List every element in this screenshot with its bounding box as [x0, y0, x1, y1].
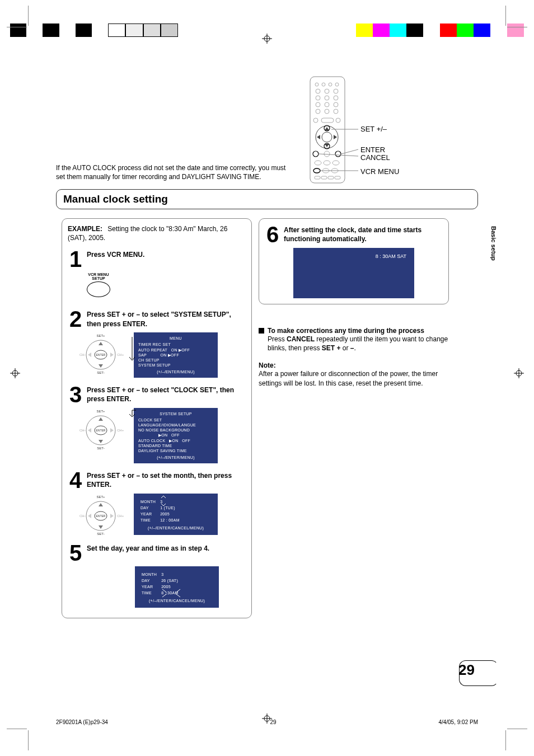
intro-text: If the AUTO CLOCK process did not set th… — [56, 163, 291, 181]
svg-marker-88 — [88, 514, 91, 518]
osd-item: AUTO REPEAT ON ▶OFF — [138, 348, 213, 353]
blink-arrows-icon — [160, 588, 188, 598]
remote-enter-label: ENTER — [360, 145, 385, 154]
oval-button-icon — [87, 281, 110, 297]
vcr-display-text: 8 : 30AM SAT — [376, 253, 406, 259]
vcr-menu-button-illustration: VCR MENU SETUP — [87, 273, 246, 299]
svg-text:CH+: CH+ — [117, 353, 124, 356]
osd-cell: 2005 — [160, 511, 183, 516]
step-4: 4 Press SET + or – to set the month, the… — [68, 470, 246, 490]
step-text: Press SET + or – to select "SYSTEM SETUP… — [87, 309, 246, 328]
osd-item: AUTO CLOCK ▶ON OFF — [138, 438, 213, 443]
step-text: Press SET + or – to select "CLOCK SET", … — [87, 384, 246, 403]
svg-marker-86 — [99, 503, 103, 506]
crop-mark-icon — [507, 729, 527, 729]
crop-mark-icon — [7, 729, 27, 729]
footer-left: 2F90201A (E)p29-34 — [56, 719, 108, 725]
step-number: 5 — [68, 543, 83, 563]
osd-cell: 3 — [161, 572, 181, 577]
page-number: 29 — [451, 659, 478, 681]
registration-mark-icon — [10, 368, 20, 378]
svg-line-95 — [162, 594, 167, 597]
svg-marker-62 — [99, 364, 103, 368]
step-text: After setting the clock, date and time s… — [284, 224, 443, 243]
registration-mark-icon — [262, 34, 272, 44]
remote-set-label: SET +/– — [360, 125, 387, 133]
step-text: Press VCR MENU. — [87, 249, 246, 259]
step-number: 1 — [68, 249, 83, 269]
dpad-icon: SET+ ENTER CH-CH+ SET- — [76, 494, 126, 536]
step-2-diagram: SET+ ENTER CH- CH+ SET- MENU TIMER REC S… — [76, 332, 246, 378]
step-5: 5 Set the day, year and time as in step … — [68, 543, 246, 563]
osd-cell: YEAR — [142, 584, 160, 589]
svg-marker-63 — [88, 353, 91, 357]
osd-item: ▶ON OFF — [138, 433, 213, 438]
remote-vcrmenu-label: VCR MENU — [360, 167, 399, 176]
selection-arrow-icon — [128, 335, 136, 363]
right-notes: To make corrections any time during the … — [259, 318, 449, 388]
svg-text:ENTER: ENTER — [96, 353, 106, 356]
dpad-icon: SET+ ENTER CH-CH+ SET- — [76, 408, 126, 450]
step-text: Set the day, year and time as in step 4. — [87, 543, 246, 553]
vcr-display-screen: 8 : 30AM SAT — [293, 248, 414, 298]
svg-text:CH-: CH- — [79, 429, 86, 432]
step-1: 1 Press VCR MENU. — [68, 249, 246, 269]
note-body: After a power failure or disconnection o… — [259, 369, 449, 387]
svg-line-94 — [176, 589, 180, 593]
corrections-head-text: To make corrections any time during the … — [268, 327, 424, 335]
svg-line-93 — [162, 589, 167, 593]
registration-mark-icon — [514, 368, 524, 378]
osd-title: MENU — [138, 336, 213, 341]
selection-arrow-icon — [128, 409, 136, 419]
osd-item: CLOCK SET — [138, 417, 213, 422]
svg-marker-74 — [99, 440, 103, 443]
note-heading: Note: — [259, 361, 449, 369]
svg-text:ENTER: ENTER — [96, 514, 106, 518]
color-registration-right — [356, 24, 524, 37]
svg-text:SET+: SET+ — [96, 334, 105, 337]
section-title: Manual clock setting — [56, 189, 478, 209]
step-number: 6 — [265, 224, 280, 245]
step-number: 2 — [68, 309, 83, 329]
step-4-diagram: SET+ ENTER CH-CH+ SET- MONTH3 DAY1 (TUE)… — [76, 494, 246, 536]
svg-marker-73 — [99, 417, 103, 421]
step-text: Press SET + or – to set the month, then … — [87, 470, 246, 489]
svg-text:SET-: SET- — [97, 532, 104, 536]
svg-text:CH+: CH+ — [117, 429, 124, 432]
step-2: 2 Press SET + or – to select "SYSTEM SET… — [68, 309, 246, 329]
svg-text:CH-: CH- — [79, 514, 86, 518]
osd-title: SYSTEM SETUP — [138, 411, 213, 416]
svg-text:SET+: SET+ — [96, 410, 105, 413]
text: . — [354, 344, 355, 352]
osd-cell: DAY — [142, 578, 160, 583]
footer-meta: 2F90201A (E)p29-34 29 4/4/05, 9:02 PM — [56, 719, 478, 725]
text-bold: SET + — [322, 344, 341, 352]
corrections-heading: To make corrections any time during the … — [259, 327, 449, 335]
text: Press — [268, 335, 287, 343]
remote-cancel-label: CANCEL — [360, 153, 390, 162]
svg-text:CH+: CH+ — [117, 514, 124, 518]
osd-item: SYSTEM SETUP — [138, 363, 213, 368]
osd-item: TIMER REC SET — [138, 342, 213, 347]
osd-item: STANDARD TIME — [138, 443, 213, 448]
osd-table: MONTH3 DAY1 (TUE) YEAR2005 TIME12 : 00AM — [139, 498, 184, 524]
step-6: 6 After setting the clock, date and time… — [265, 224, 443, 245]
crop-mark-icon — [28, 6, 29, 26]
example-label: EXAMPLE: — [68, 225, 102, 233]
osd-footer: (+/–/ENTER/MENU) — [138, 455, 213, 460]
osd-menu-screen: MENU TIMER REC SET AUTO REPEAT ON ▶OFF S… — [134, 332, 218, 378]
osd-item: CH SETUP — [138, 358, 213, 363]
color-registration-left — [10, 24, 178, 37]
example-row: EXAMPLE: Setting the clock to "8:30 Am" … — [68, 224, 246, 242]
svg-marker-87 — [99, 525, 103, 529]
page-content: SET +/– ENTER CANCEL VCR MENU If the AUT… — [56, 56, 478, 683]
text-bold: CANCEL — [287, 335, 315, 343]
crop-mark-icon — [7, 27, 27, 27]
corrections-body: Press CANCEL repeatedly until the item y… — [268, 335, 449, 353]
osd-item: DAYLIGHT SAVING TIME — [138, 448, 213, 453]
osd-system-screen: SYSTEM SETUP CLOCK SET LANGUAGE/IDIOMA/L… — [134, 408, 218, 463]
svg-text:ENTER: ENTER — [96, 429, 106, 432]
step-3: 3 Press SET + or – to select "CLOCK SET"… — [68, 384, 246, 405]
osd-cell: MONTH — [142, 572, 160, 577]
osd-cell: YEAR — [140, 511, 159, 516]
